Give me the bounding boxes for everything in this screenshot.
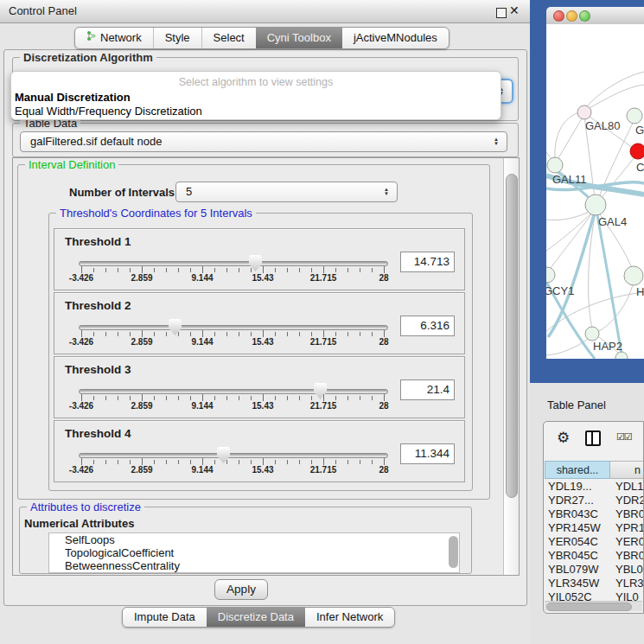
- attribute-list-item[interactable]: TopologicalCoefficient: [49, 546, 459, 559]
- tab-discretize-data[interactable]: Discretize Data: [207, 608, 305, 627]
- column-header-name[interactable]: n: [610, 461, 644, 479]
- table-row[interactable]: YBL079WYBL0: [545, 563, 643, 577]
- tick-mark: [154, 332, 155, 336]
- tab-label: Discretize Data: [218, 608, 294, 627]
- network-node-gcy1[interactable]: [546, 267, 555, 283]
- table-rows: YDL19...YDL1YDR27...YDR2YBR043CYBR0YPR14…: [545, 480, 643, 601]
- table-data-value: galFiltered.sif default node: [30, 135, 162, 148]
- discretization-algorithm-label: Discretization Algorithm: [20, 51, 156, 64]
- tick-mark: [130, 460, 131, 464]
- tab-jactivemnodules[interactable]: jActiveMNodules: [342, 28, 449, 48]
- network-node-ga[interactable]: [627, 108, 642, 124]
- tick-mark: [372, 332, 373, 336]
- threshold-value-field[interactable]: 11.344: [400, 443, 455, 464]
- tick-mark: [251, 332, 252, 336]
- tick-mark: [372, 460, 373, 464]
- gear-icon[interactable]: ⚙: [557, 429, 570, 447]
- tick-mark: [251, 460, 252, 464]
- network-node[interactable]: [615, 352, 628, 359]
- tab-label: jActiveMNodules: [354, 28, 437, 48]
- tick-mark: [81, 266, 82, 273]
- table-row[interactable]: YLR345WYLR3: [545, 577, 643, 590]
- slider-thumb[interactable]: [314, 383, 327, 399]
- combo-arrows-icon[interactable]: ▲▼: [384, 182, 389, 201]
- tick-mark: [348, 460, 348, 464]
- table-row[interactable]: YBR045CYBR0: [545, 549, 643, 563]
- tick-mark: [360, 332, 360, 336]
- threshold-value-field[interactable]: 6.316: [400, 316, 455, 336]
- float-icon[interactable]: [496, 8, 507, 18]
- close-icon[interactable]: ✕: [509, 3, 520, 17]
- tick-mark: [202, 394, 203, 401]
- tab-infer-network[interactable]: Infer Network: [305, 608, 394, 627]
- threshold-value-field[interactable]: 21.4: [400, 379, 455, 400]
- table-row[interactable]: YPR145WYPR1: [545, 521, 643, 535]
- network-window-titlebar[interactable]: [546, 7, 644, 25]
- network-node-h[interactable]: [624, 266, 643, 285]
- cell-name: YBR0: [615, 549, 643, 563]
- table-row[interactable]: YIL052CYIL0: [545, 590, 643, 601]
- tab-style[interactable]: Style: [154, 28, 202, 48]
- tick-mark: [105, 460, 106, 464]
- tick-mark: [360, 460, 360, 464]
- dropdown-item-manual-discretization[interactable]: Manual Discretization: [15, 91, 131, 104]
- slider-thumb[interactable]: [217, 447, 230, 463]
- table-row[interactable]: YDL19...YDL1: [545, 480, 643, 494]
- thresholds-group-label: Threshold's Coordinates for 5 Intervals: [56, 207, 256, 220]
- scrollbar-thumb[interactable]: [506, 174, 518, 498]
- split-columns-icon[interactable]: [585, 430, 601, 446]
- slider-thumb[interactable]: [169, 319, 182, 335]
- network-canvas[interactable]: GAL80GACGAL11GAL4GCY1HHAP2: [546, 24, 644, 359]
- dropdown-hint: Select algorithm to view settings: [11, 76, 501, 88]
- network-node-gal4[interactable]: [585, 194, 606, 215]
- slider-track[interactable]: [79, 325, 388, 330]
- vertical-scrollbar[interactable]: [503, 158, 519, 575]
- tick-mark: [154, 460, 155, 464]
- network-node-gal80[interactable]: [577, 105, 591, 119]
- table-data-combobox[interactable]: galFiltered.sif default node ▲▼: [20, 131, 507, 152]
- number-of-intervals-combobox[interactable]: 5 ▲▼: [175, 182, 398, 202]
- attribute-list-item[interactable]: BetweennessCentrality: [49, 559, 459, 572]
- attribute-list-item[interactable]: SelfLoops: [49, 533, 459, 546]
- network-node-label: GAL80: [585, 119, 620, 132]
- interval-definition-label: Interval Definition: [25, 158, 118, 171]
- cell-shared-name: YBR043C: [545, 507, 615, 521]
- slider-track[interactable]: [79, 261, 388, 266]
- slider-track[interactable]: [79, 453, 388, 458]
- tick-mark: [239, 332, 239, 336]
- cell-name: YDL1: [615, 480, 643, 494]
- threshold-value-field[interactable]: 14.713: [400, 252, 455, 272]
- apply-button[interactable]: Apply: [214, 579, 268, 600]
- network-node-c[interactable]: [630, 143, 644, 159]
- tab-select[interactable]: Select: [202, 28, 257, 48]
- table-row[interactable]: YDR27...YDR2: [545, 494, 643, 507]
- table-row[interactable]: YBR043CYBR0: [545, 507, 643, 521]
- table-header: shared... n: [545, 461, 644, 479]
- network-node-hap2[interactable]: [585, 327, 599, 341]
- column-header-shared-name[interactable]: shared...: [545, 461, 610, 479]
- dropdown-item-equal-width[interactable]: Equal Width/Frequency Discretization: [15, 105, 202, 118]
- numerical-attributes-list[interactable]: SelfLoopsTopologicalCoefficientBetweenne…: [48, 532, 460, 573]
- tick-label: 28: [362, 273, 405, 283]
- tab-impute-data[interactable]: Impute Data: [123, 608, 207, 627]
- minimize-traffic-light-icon[interactable]: [566, 10, 577, 22]
- network-node-gal11[interactable]: [547, 157, 563, 173]
- tick-mark: [360, 268, 360, 272]
- list-scrollbar-thumb[interactable]: [449, 536, 458, 568]
- combo-arrows-icon[interactable]: ▲▼: [494, 132, 499, 151]
- cell-shared-name: YBR045C: [545, 549, 615, 563]
- tab-network[interactable]: Network: [75, 28, 154, 48]
- window-title: Control Panel: [9, 4, 77, 17]
- tab-cyni-toolbox[interactable]: Cyni Toolbox: [256, 28, 342, 48]
- scrollbar-thumb[interactable]: [546, 603, 632, 611]
- tick-mark: [142, 330, 143, 337]
- horizontal-scrollbar[interactable]: [545, 601, 642, 611]
- close-traffic-light-icon[interactable]: [553, 10, 564, 22]
- table-row[interactable]: YER054CYER0: [545, 535, 643, 549]
- tick-mark: [299, 332, 300, 336]
- slider-track[interactable]: [79, 389, 388, 394]
- select-columns-icon[interactable]: ☑☑: [616, 431, 632, 443]
- tick-label: 21.715: [302, 465, 345, 475]
- zoom-traffic-light-icon[interactable]: [579, 10, 590, 22]
- threshold-label: Threshold 2: [65, 299, 131, 312]
